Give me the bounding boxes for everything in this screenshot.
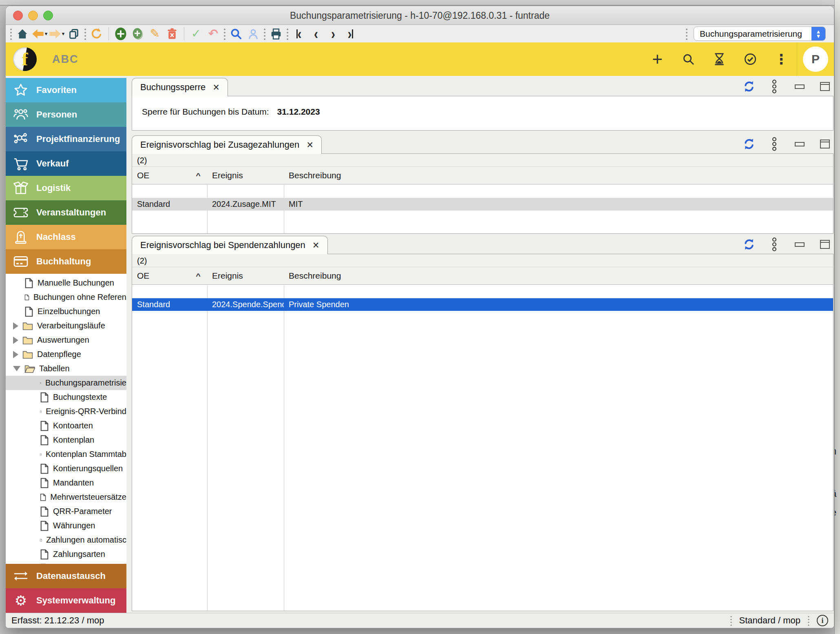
home-button[interactable] bbox=[14, 27, 31, 41]
tree-item-mandanten[interactable]: Mandanten bbox=[6, 476, 126, 490]
background-text-fragment: ä bbox=[834, 488, 836, 499]
panel-menu-button[interactable] bbox=[767, 237, 781, 251]
last-record-button[interactable]: › bbox=[342, 27, 359, 41]
tree-item-waehrungen[interactable]: Währungen bbox=[6, 519, 126, 533]
tree-item-manuelle-buchungen[interactable]: Manuelle Buchungen bbox=[6, 276, 126, 290]
sidebar-item-logistik[interactable]: Logistik bbox=[6, 176, 126, 200]
close-tab-icon[interactable]: × bbox=[307, 140, 313, 151]
sidebar-item-buchhaltung[interactable]: Buchhaltung bbox=[6, 249, 126, 274]
tree-item-kontierungsquellen[interactable]: Kontierungsquellen bbox=[6, 461, 126, 476]
sidebar-item-veranstaltungen[interactable]: Veranstaltungen bbox=[6, 200, 126, 225]
tree-folder-datenpflege[interactable]: Datenpflege bbox=[6, 347, 126, 361]
gear-icon: ⚙ bbox=[12, 592, 29, 609]
close-tab-icon[interactable]: × bbox=[213, 82, 219, 93]
statusbar-drag-handle[interactable] bbox=[729, 615, 733, 626]
sidebar-item-projektfinanzierung[interactable]: Projektfinanzierung bbox=[6, 127, 126, 151]
forward-button[interactable]: ▾ bbox=[48, 27, 65, 41]
collapse-caret-icon[interactable] bbox=[13, 366, 20, 371]
sidebar-item-systemverwaltung[interactable]: ⚙ Systemverwaltung bbox=[6, 588, 126, 613]
overflow-menu-button[interactable]: ⋮ bbox=[766, 42, 797, 76]
edit-pencil-button[interactable]: ✎ bbox=[146, 27, 164, 41]
tab-zusagezahlungen[interactable]: Ereignisvorschlag bei Zusagezahlungen × bbox=[132, 135, 322, 154]
tasks-check-button[interactable] bbox=[735, 42, 766, 76]
desktop-background-top bbox=[0, 0, 840, 6]
confirm-check-button[interactable]: ✓ bbox=[188, 27, 205, 41]
sidebar-item-nachlass[interactable]: Nachlass bbox=[6, 225, 126, 249]
tree-item-zahlungen-automatisch[interactable]: Zahlungen automatisc bbox=[6, 533, 126, 547]
tree-item-kontenplan-stammtabelle[interactable]: Kontenplan Stammtab bbox=[6, 447, 126, 461]
next-record-button[interactable]: › bbox=[325, 27, 342, 41]
close-tab-icon[interactable]: × bbox=[313, 240, 319, 251]
tree-item-qrr-parameter[interactable]: QRR-Parameter bbox=[6, 504, 126, 519]
column-header-oe[interactable]: OE ^ bbox=[132, 271, 207, 281]
panel-refresh-button[interactable] bbox=[742, 137, 756, 151]
panel-refresh-button[interactable] bbox=[742, 80, 756, 93]
statusbar-drag-handle[interactable] bbox=[807, 615, 810, 626]
toolbar-drag-handle[interactable] bbox=[9, 28, 13, 40]
search-button[interactable] bbox=[228, 27, 245, 41]
panel-refresh-button[interactable] bbox=[742, 237, 756, 251]
back-button[interactable]: ▾ bbox=[31, 27, 48, 41]
column-header-ereignis[interactable]: Ereignis bbox=[207, 271, 284, 281]
panel-minimize-button[interactable] bbox=[793, 237, 807, 251]
tree-item-buchungen-ohne-referenz[interactable]: Buchungen ohne Referen bbox=[6, 290, 126, 304]
tree-item-buchungsparametrisierung-selected[interactable]: Buchungsparametrisie bbox=[6, 376, 126, 390]
table-row-empty[interactable] bbox=[132, 285, 833, 298]
cart-icon bbox=[12, 155, 29, 172]
dropdown-stepper-icon[interactable]: ▲▼ bbox=[811, 27, 825, 41]
expand-caret-icon[interactable] bbox=[13, 351, 18, 358]
panel-maximize-button[interactable] bbox=[818, 80, 832, 93]
panel-menu-button[interactable] bbox=[767, 137, 781, 151]
panel-minimize-button[interactable] bbox=[793, 137, 807, 151]
tree-item-kontoarten[interactable]: Kontoarten bbox=[6, 419, 126, 433]
people-icon bbox=[12, 106, 29, 123]
new-item-button[interactable]: + bbox=[642, 42, 673, 76]
tree-item-mehrwertsteuersaetze[interactable]: Mehrwertsteuersätze bbox=[6, 490, 126, 504]
forward-history-dropdown-icon[interactable]: ▾ bbox=[62, 31, 65, 37]
sidebar-item-verkauf[interactable]: Verkauf bbox=[6, 151, 126, 176]
tree-item-ereignis-qrr-verbindung[interactable]: Ereignis-QRR-Verbind bbox=[6, 404, 126, 419]
first-record-button[interactable]: ‹ bbox=[290, 27, 307, 41]
search-person-button[interactable] bbox=[245, 27, 262, 41]
view-selector-dropdown[interactable]: Buchungsparametrisierung ▲▼ bbox=[694, 27, 826, 41]
tab-spendenzahlungen[interactable]: Ereignisvorschlag bei Spendenzahlungen × bbox=[132, 236, 328, 254]
combo-drag-handle[interactable] bbox=[685, 28, 688, 40]
tree-item-einzelbuchungen[interactable]: Einzelbuchungen bbox=[6, 304, 126, 319]
expand-caret-icon[interactable] bbox=[13, 322, 18, 330]
column-header-beschreibung[interactable]: Beschreibung bbox=[284, 271, 833, 281]
tree-item-zahlungsarten[interactable]: Zahlungsarten bbox=[6, 547, 126, 561]
sidebar-item-datenaustausch[interactable]: Datenaustausch bbox=[6, 564, 126, 588]
expand-caret-icon[interactable] bbox=[13, 337, 18, 344]
previous-record-button[interactable]: ‹ bbox=[307, 27, 325, 41]
table-row-selected[interactable]: Standard 2024.Spende.Spend Private Spend… bbox=[132, 298, 833, 311]
info-icon[interactable]: i bbox=[817, 615, 828, 626]
refresh-button[interactable] bbox=[88, 27, 105, 41]
column-header-beschreibung[interactable]: Beschreibung bbox=[284, 171, 833, 180]
panel-maximize-button[interactable] bbox=[818, 237, 832, 251]
sidebar-item-favoriten[interactable]: Favoriten bbox=[6, 78, 126, 102]
sidebar-item-personen[interactable]: Personen bbox=[6, 102, 126, 127]
tab-buchungssperre[interactable]: Buchungssperre × bbox=[132, 78, 228, 96]
windows-button[interactable] bbox=[65, 27, 82, 41]
tree-folder-verarbeitungslaeufe[interactable]: Verarbeitungsläufe bbox=[6, 319, 126, 333]
table-row-empty[interactable] bbox=[132, 185, 833, 198]
panel-menu-button[interactable] bbox=[767, 80, 781, 93]
column-header-ereignis[interactable]: Ereignis bbox=[207, 171, 284, 180]
panel-maximize-button[interactable] bbox=[818, 137, 832, 151]
undo-button[interactable]: ↶ bbox=[205, 27, 222, 41]
tree-item-kontenplan[interactable]: Kontenplan bbox=[6, 433, 126, 447]
delete-trash-button[interactable] bbox=[164, 27, 181, 41]
add-copy-button[interactable] bbox=[129, 27, 146, 41]
add-button[interactable] bbox=[112, 27, 129, 41]
tree-folder-auswertungen[interactable]: Auswertungen bbox=[6, 333, 126, 347]
history-hourglass-button[interactable] bbox=[704, 42, 735, 76]
print-button[interactable] bbox=[267, 27, 285, 41]
global-search-button[interactable] bbox=[673, 42, 704, 76]
back-history-dropdown-icon[interactable]: ▾ bbox=[45, 31, 48, 37]
tree-item-buchungstexte[interactable]: Buchungstexte bbox=[6, 390, 126, 404]
column-header-oe[interactable]: OE ^ bbox=[132, 171, 207, 180]
tree-folder-tabellen[interactable]: Tabellen bbox=[6, 361, 126, 376]
table-row[interactable]: Standard 2024.Zusage.MIT MIT bbox=[132, 198, 833, 211]
user-avatar[interactable]: P bbox=[803, 47, 828, 72]
panel-minimize-button[interactable] bbox=[793, 80, 807, 93]
